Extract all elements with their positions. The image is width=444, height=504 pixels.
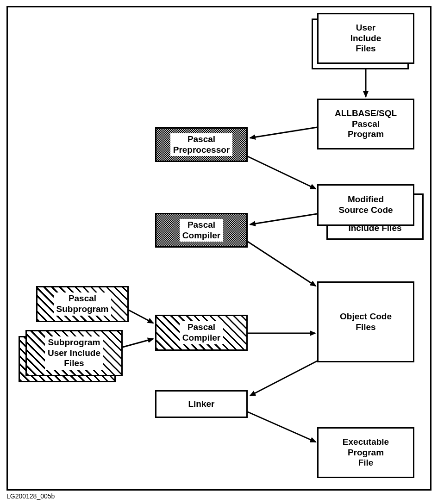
- subprogram-user-include-files-label: Subprogram User Include Files: [45, 336, 103, 370]
- object-code-files: Object Code Files: [317, 281, 414, 362]
- user-include-files: User Include Files: [317, 13, 414, 64]
- executable-program-file: Executable Program File: [317, 427, 414, 478]
- diagram-canvas: User Include Files ALLBASE/SQL Pascal Pr…: [0, 0, 444, 504]
- figure-id: LG200128_005b: [6, 492, 55, 500]
- pascal-compiler-bottom: Pascal Compiler: [155, 315, 248, 351]
- allbase-sql-pascal-program: ALLBASE/SQL Pascal Program: [317, 99, 414, 149]
- linker: Linker: [155, 390, 248, 418]
- pascal-compiler-bottom-label: Pascal Compiler: [180, 321, 223, 344]
- pascal-subprogram-label: Pascal Subprogram: [54, 292, 112, 316]
- modified-source-code: Modified Source Code: [317, 184, 414, 226]
- pascal-preprocessor-label: Pascal Preprocessor: [170, 133, 233, 156]
- pascal-preprocessor: Pascal Preprocessor: [155, 127, 248, 162]
- pascal-compiler-top-label: Pascal Compiler: [180, 219, 223, 242]
- subprogram-user-include-files: Subprogram User Include Files: [25, 330, 123, 376]
- pascal-compiler-top: Pascal Compiler: [155, 213, 248, 248]
- pascal-subprogram: Pascal Subprogram: [36, 286, 129, 322]
